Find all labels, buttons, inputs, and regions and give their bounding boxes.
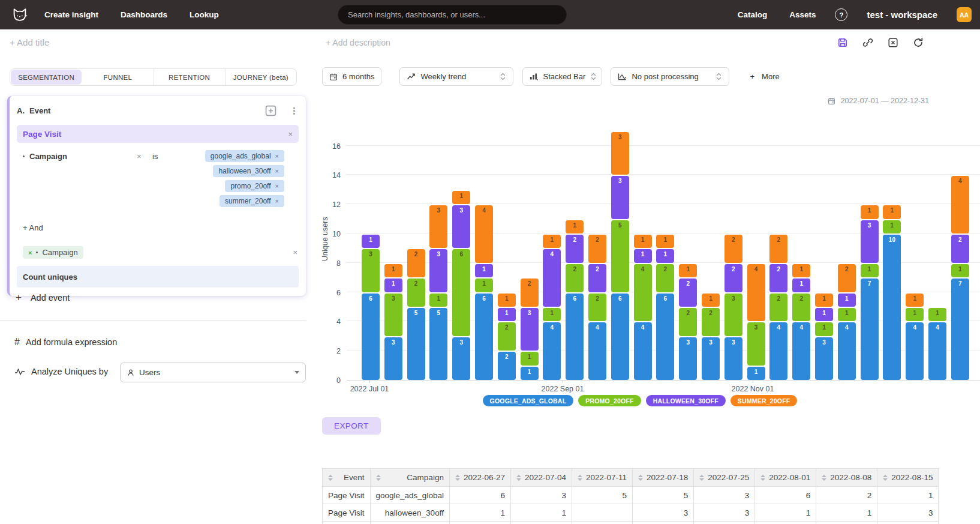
export-button[interactable]: EXPORT (322, 417, 381, 435)
bar-segment-summer_20off[interactable]: 2 (769, 235, 787, 263)
bar-segment-google_ads_global[interactable]: 4 (838, 322, 856, 380)
bar-segment-halloween_30off[interactable]: 3 (429, 249, 447, 292)
remove-filter-icon[interactable]: × (137, 152, 142, 160)
bar-segment-summer_20off[interactable]: 1 (792, 264, 810, 277)
bar-segment-google_ads_global[interactable]: 7 (861, 279, 879, 380)
clear-breakdown-icon[interactable]: × (293, 248, 297, 256)
help-icon[interactable]: ? (835, 8, 847, 21)
stacked-bar-2022-09-05[interactable]: 4222 (588, 235, 606, 380)
sort-icon[interactable] (516, 475, 521, 481)
column-header-campaign[interactable]: Campaign (370, 469, 449, 487)
column-header-2022-08-15[interactable]: 2022-08-15 (877, 469, 939, 487)
bar-segment-google_ads_global[interactable]: 3 (702, 337, 720, 380)
stacked-bar-2022-09-19[interactable]: 4411 (634, 235, 652, 380)
nav-link-dashboards[interactable]: Dashboards (121, 10, 167, 19)
column-header-2022-08-08[interactable]: 2022-08-08 (816, 469, 877, 487)
bar-segment-promo_20off[interactable]: 1 (883, 220, 901, 233)
bar-segment-halloween_30off[interactable]: 1 (838, 294, 856, 307)
bar-segment-google_ads_global[interactable]: 6 (611, 294, 629, 380)
remove-event-icon[interactable]: × (288, 130, 293, 138)
search-input[interactable] (338, 5, 567, 25)
bar-segment-halloween_30off[interactable]: 4 (543, 249, 561, 307)
add-event-button[interactable]: + Add event (16, 292, 70, 303)
stacked-bar-2022-11-21[interactable]: 4112 (838, 264, 856, 380)
avatar[interactable]: AA (957, 7, 972, 22)
analyze-by-select[interactable]: Users (120, 363, 306, 382)
bar-segment-promo_20off[interactable]: 1 (543, 308, 561, 321)
aggregation-selector[interactable]: Count uniques (17, 266, 299, 288)
date-range-button[interactable]: 6 months (322, 67, 381, 86)
stacked-bar-2022-11-14[interactable]: 3111 (815, 294, 833, 380)
bar-segment-promo_20off[interactable]: 2 (407, 279, 425, 307)
stacked-bar-2022-07-25[interactable]: 3631 (452, 191, 470, 380)
stacked-bar-2022-07-11[interactable]: 522 (407, 249, 425, 380)
bar-segment-google_ads_global[interactable]: 10 (883, 235, 901, 380)
filter-operator[interactable]: is (152, 152, 158, 161)
stacked-bar-2022-08-01[interactable]: 6114 (475, 205, 493, 380)
add-filter-icon[interactable] (265, 105, 276, 116)
column-header-2022-07-25[interactable]: 2022-07-25 (694, 469, 755, 487)
nav-link-catalog[interactable]: Catalog (738, 10, 768, 19)
sort-icon[interactable] (699, 475, 704, 481)
bar-segment-promo_20off[interactable]: 6 (452, 249, 470, 336)
bar-segment-halloween_30off[interactable]: 1 (792, 279, 810, 292)
remove-value-icon[interactable]: × (275, 197, 279, 205)
bar-segment-promo_20off[interactable]: 1 (521, 352, 539, 365)
add-description-field[interactable]: + Add description (326, 38, 390, 47)
bar-segment-google_ads_global[interactable]: 6 (362, 294, 380, 380)
bar-segment-google_ads_global[interactable]: 4 (928, 322, 946, 380)
bar-segment-halloween_30off[interactable]: 1 (815, 308, 833, 321)
bar-segment-promo_20off[interactable]: 1 (928, 308, 946, 321)
legend-pill-promo_20off[interactable]: PROMO_20OFF (578, 395, 641, 406)
bar-segment-summer_20off[interactable]: 3 (611, 132, 629, 175)
bar-segment-promo_20off[interactable]: 1 (429, 294, 447, 307)
bar-segment-promo_20off[interactable]: 5 (611, 220, 629, 292)
bar-segment-google_ads_global[interactable]: 5 (429, 308, 447, 380)
bar-segment-summer_20off[interactable]: 1 (452, 191, 470, 204)
share-link-icon[interactable] (862, 37, 873, 48)
breakdown-chip[interactable]: × Campaign (23, 246, 83, 259)
stacked-bar-2022-09-12[interactable]: 6533 (611, 132, 629, 380)
group-menu-icon[interactable]: ⋮ (290, 106, 299, 115)
legend-pill-google_ads_global[interactable]: GOOGLE_ADS_GLOBAL (483, 395, 574, 406)
stacked-bar-2022-08-22[interactable]: 4141 (543, 235, 561, 380)
add-title-field[interactable]: + Add title (10, 37, 49, 47)
event-selector[interactable]: Page Visit × (17, 125, 299, 143)
bar-segment-halloween_30off[interactable]: 1 (634, 249, 652, 262)
bar-segment-summer_20off[interactable]: 1 (702, 294, 720, 307)
stacked-bar-2022-10-03[interactable]: 3221 (679, 264, 697, 380)
bar-segment-google_ads_global[interactable]: 1 (521, 367, 539, 380)
bar-segment-summer_20off[interactable]: 2 (588, 235, 606, 263)
bar-segment-google_ads_global[interactable]: 4 (769, 322, 787, 380)
stacked-bar-2022-11-07[interactable]: 4211 (792, 264, 810, 380)
more-options-button[interactable]: + More (750, 72, 779, 81)
legend-pill-summer_20off[interactable]: SUMMER_20OFF (731, 395, 798, 406)
sort-icon[interactable] (455, 475, 460, 481)
bar-segment-halloween_30off[interactable]: 2 (769, 264, 787, 292)
bar-segment-google_ads_global[interactable]: 6 (656, 294, 674, 380)
bar-segment-google_ads_global[interactable]: 4 (906, 322, 924, 380)
bar-segment-halloween_30off[interactable]: 3 (861, 220, 879, 263)
bar-segment-google_ads_global[interactable]: 4 (588, 322, 606, 380)
bar-segment-promo_20off[interactable]: 3 (384, 294, 402, 336)
remove-value-icon[interactable]: × (275, 152, 279, 160)
bar-segment-promo_20off[interactable]: 2 (702, 308, 720, 336)
stacked-bar-2022-10-17[interactable]: 3322 (725, 235, 742, 380)
bar-segment-google_ads_global[interactable]: 3 (725, 337, 742, 380)
sort-icon[interactable] (822, 475, 826, 481)
tab-journey-beta-[interactable]: JOURNEY (beta) (226, 69, 296, 85)
add-formula-button[interactable]: # Add formula expression (14, 337, 117, 348)
stacked-bar-2022-10-24[interactable]: 134 (747, 264, 765, 380)
bar-segment-google_ads_global[interactable]: 2 (498, 352, 516, 380)
bar-segment-google_ads_global[interactable]: 3 (384, 337, 402, 380)
bar-segment-summer_20off[interactable]: 2 (838, 264, 856, 292)
bar-segment-promo_20off[interactable]: 2 (656, 264, 674, 292)
bar-segment-summer_20off[interactable]: 1 (384, 264, 402, 277)
bar-segment-google_ads_global[interactable]: 3 (452, 337, 470, 380)
bar-segment-promo_20off[interactable]: 2 (679, 308, 697, 336)
nav-link-create-insight[interactable]: Create insight (44, 10, 98, 19)
bar-segment-promo_20off[interactable]: 4 (634, 264, 652, 322)
bar-segment-promo_20off[interactable]: 1 (906, 308, 924, 321)
stacked-bar-2022-12-19[interactable]: 41 (928, 308, 946, 380)
bar-segment-halloween_30off[interactable]: 2 (566, 235, 584, 263)
